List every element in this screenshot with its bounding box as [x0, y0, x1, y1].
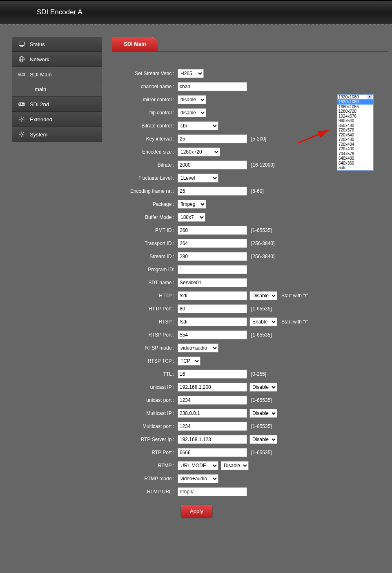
label-http-port: HTTP Port : — [112, 306, 178, 312]
select-mirror-control[interactable]: disable — [178, 95, 206, 104]
input-stream-id[interactable] — [178, 252, 247, 261]
input-sdt-name[interactable] — [178, 278, 247, 287]
label-rtsp: RTSP : — [112, 319, 178, 325]
input-multicast-port[interactable] — [178, 422, 247, 431]
dropdown-option[interactable]: 960x540 — [337, 118, 373, 123]
label-flip-control: flip control : — [112, 110, 178, 116]
label-rtmp-url: RTMP URL : — [112, 489, 178, 495]
select-encoded-size[interactable]: 1280x720 — [178, 147, 220, 156]
select-rtmp-mode[interactable]: video+audio — [178, 474, 218, 483]
tab-sdi-main[interactable]: SDI Main — [112, 37, 158, 51]
svg-point-6 — [20, 74, 21, 75]
dropdown-option[interactable]: 850x480 — [337, 123, 373, 128]
input-key-interval[interactable] — [178, 134, 247, 143]
dropdown-option[interactable]: 1280x720 — [337, 109, 373, 114]
sidebar-item-sdi-2nd[interactable]: SDI 2nd — [12, 97, 102, 112]
hint-bitrate: [16-12000] — [251, 162, 274, 168]
label-multicast-port: Multicast port : — [112, 424, 178, 429]
input-pmt-id[interactable] — [178, 226, 247, 235]
select-unicast-state[interactable]: Disable — [249, 383, 277, 392]
label-stream-venc: Set Stream Venc : — [112, 71, 178, 76]
sidebar-item-label: System — [30, 132, 47, 138]
select-rtsp-mode[interactable]: video+audio — [178, 343, 218, 352]
dropdown-option[interactable]: auto — [337, 165, 373, 170]
input-channel-name[interactable] — [178, 82, 247, 91]
dropdown-option[interactable]: 720x540 — [337, 133, 373, 138]
input-frame-rate[interactable] — [178, 187, 247, 196]
select-buffer-mode[interactable]: 188x7 — [178, 213, 205, 222]
apply-button[interactable]: Apply — [181, 505, 212, 517]
input-rtp-server-ip[interactable] — [178, 435, 247, 444]
select-package[interactable]: ffmpeg — [178, 200, 206, 209]
input-rtp-port[interactable] — [178, 448, 247, 457]
select-stream-venc[interactable]: H265 — [178, 69, 204, 78]
gear-icon — [18, 131, 25, 138]
select-bitrate-control[interactable]: cbr — [178, 121, 218, 130]
dropdown-option[interactable]: 1920x1080 — [337, 100, 373, 105]
dropdown-option[interactable]: 720x404 — [337, 142, 373, 147]
input-rtsp-port[interactable] — [178, 330, 247, 339]
label-encoded-size: Encoded size : — [112, 149, 178, 155]
svg-line-21 — [23, 117, 23, 118]
select-fluctuate[interactable]: 1Level — [178, 174, 218, 183]
input-rtsp[interactable] — [178, 317, 247, 326]
label-unicast-ip: unicast IP : — [112, 384, 178, 390]
label-buffer-mode: Buffer Mode : — [112, 214, 178, 220]
dropdown-option[interactable]: 720x576 — [337, 128, 373, 133]
input-unicast-port[interactable] — [178, 396, 247, 405]
dropdown-selected[interactable]: 1920x1080 ▼ — [337, 94, 373, 100]
input-transport-id[interactable] — [178, 239, 247, 248]
label-rtp-server-ip: RTP Server Ip : — [112, 437, 178, 442]
hint-frame-rate: [5-60] — [251, 188, 264, 194]
label-http: HTTP : — [112, 293, 178, 299]
sidebar-item-extended[interactable]: Extended — [12, 112, 102, 127]
input-multicast-ip[interactable] — [178, 409, 247, 418]
select-multicast-state[interactable]: Disable — [249, 409, 277, 418]
select-rtp-state[interactable]: Disable — [249, 435, 277, 444]
sidebar-item-sdi-main[interactable]: SDI Main — [12, 67, 102, 82]
input-program-id[interactable] — [178, 265, 247, 274]
label-key-interval: Key interval : — [112, 136, 178, 142]
sidebar-item-network[interactable]: Network — [12, 52, 102, 67]
input-bitrate[interactable] — [178, 161, 247, 169]
select-rtmp[interactable]: URL MODE — [178, 461, 218, 470]
svg-rect-0 — [19, 42, 24, 46]
svg-point-13 — [21, 118, 22, 120]
dropdown-option[interactable]: 704x576 — [337, 152, 373, 156]
label-rtsp-mode: RTSP mode : — [112, 345, 178, 351]
select-rtsp-tcp[interactable]: TCP — [178, 357, 200, 366]
label-multicast-ip: Multicast IP : — [112, 410, 178, 416]
label-bitrate-control: Bitrate control : — [112, 123, 178, 129]
input-ttl[interactable] — [178, 370, 247, 379]
sidebar-item-system[interactable]: System — [12, 127, 102, 142]
label-package: Package : — [112, 201, 178, 207]
dropdown-option[interactable]: 1024x576 — [337, 114, 373, 119]
dropdown-option[interactable]: 1680x1056 — [337, 105, 373, 109]
hint-rtsp: Start with "/" — [281, 319, 308, 325]
hint-multicast-port: [1-65535] — [251, 424, 272, 429]
encoded-size-dropdown[interactable]: 1920x1080 ▼ 1920x1080 1680x1056 1280x720… — [337, 94, 374, 171]
input-http-port[interactable] — [178, 304, 247, 313]
svg-line-18 — [20, 117, 20, 118]
input-http[interactable] — [178, 291, 247, 300]
input-rtmp-url[interactable] — [178, 487, 247, 496]
settings-icon — [18, 116, 25, 123]
select-rtmp-state[interactable]: Disable — [221, 461, 249, 470]
hint-unicast-port: [1-65535] — [251, 397, 272, 403]
hint-key-interval: [5-200] — [251, 136, 266, 142]
dropdown-option[interactable]: 720x480 — [337, 137, 373, 142]
hint-http-port: [1-65535] — [251, 306, 272, 312]
input-unicast-ip[interactable] — [178, 383, 247, 392]
sidebar-item-status[interactable]: Status — [12, 37, 102, 52]
encoder-icon — [18, 101, 25, 107]
select-flip-control[interactable]: disable — [178, 108, 206, 117]
label-fluctuate: Fluctuate Level : — [112, 175, 178, 181]
sidebar-item-label: SDI 2nd — [30, 101, 49, 107]
dropdown-option[interactable]: 640x360 — [337, 161, 373, 166]
select-http-state[interactable]: Disable — [249, 291, 277, 300]
select-rtsp-state[interactable]: Enable — [249, 317, 277, 326]
hint-rtp-port: [1-65535] — [251, 450, 272, 455]
sidebar-subitem-main[interactable]: main — [12, 82, 102, 97]
dropdown-option[interactable]: 720x400 — [337, 147, 373, 152]
dropdown-option[interactable]: 640x480 — [337, 156, 373, 161]
